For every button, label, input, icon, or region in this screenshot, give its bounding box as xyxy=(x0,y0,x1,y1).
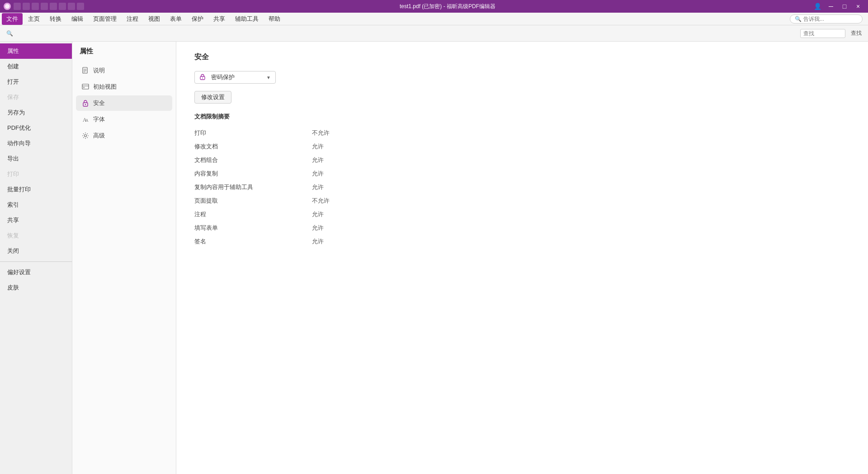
sidebar-item-preferences[interactable]: 偏好设置 xyxy=(0,265,72,280)
tb-btn-6[interactable] xyxy=(59,3,66,10)
toolbar-find-button[interactable]: 查找 xyxy=(848,28,864,38)
props-item-initialView-label: 初始视图 xyxy=(93,83,117,91)
menu-search-input[interactable] xyxy=(803,16,858,22)
doc-icon xyxy=(81,66,90,75)
menu-item-convert[interactable]: 转换 xyxy=(45,13,66,25)
permission-value-editDoc: 允许 xyxy=(312,140,850,153)
permission-value-pageExtract: 不允许 xyxy=(312,194,850,208)
permission-name-sign: 签名 xyxy=(194,235,312,248)
sidebar-item-export[interactable]: 导出 xyxy=(0,151,72,166)
sidebar-item-create[interactable]: 创建 xyxy=(0,59,72,74)
menu-item-pageManage[interactable]: 页面管理 xyxy=(89,13,121,25)
sidebar-item-recover: 恢复 xyxy=(0,228,72,243)
dropdown-arrow-icon: ▼ xyxy=(266,75,271,80)
tb-btn-4[interactable] xyxy=(41,3,48,10)
password-protection-label: 密码保护 xyxy=(211,73,235,81)
menu-item-protect[interactable]: 保护 xyxy=(187,13,208,25)
sidebar-item-open[interactable]: 打开 xyxy=(0,74,72,90)
menu-item-help[interactable]: 帮助 xyxy=(264,13,285,25)
table-row: 修改文档 允许 xyxy=(194,140,850,153)
props-item-initialView[interactable]: 初始视图 xyxy=(76,79,172,95)
svg-point-9 xyxy=(85,104,86,105)
table-row: 文档组合 允许 xyxy=(194,153,850,167)
permission-value-print: 不允许 xyxy=(312,126,850,140)
close-button[interactable]: × xyxy=(852,1,864,12)
tb-btn-1[interactable] xyxy=(14,3,21,10)
table-row: 打印 不允许 xyxy=(194,126,850,140)
menu-search-box[interactable]: 🔍 xyxy=(790,14,863,24)
tb-btn-3[interactable] xyxy=(32,3,39,10)
sidebar-item-index[interactable]: 索引 xyxy=(0,197,72,213)
props-item-fonts[interactable]: A A 字体 xyxy=(76,112,172,127)
password-protection-dropdown[interactable]: 密码保护 ▼ xyxy=(194,71,276,84)
tb-btn-7[interactable] xyxy=(68,3,75,10)
tb-btn-8[interactable] xyxy=(77,3,84,10)
svg-point-12 xyxy=(85,135,87,137)
svg-point-0 xyxy=(5,4,9,9)
sidebar-item-skin[interactable]: 皮肤 xyxy=(0,280,72,295)
minimize-button[interactable]: ─ xyxy=(825,1,837,12)
maximize-button[interactable]: □ xyxy=(838,1,851,12)
svg-rect-5 xyxy=(82,84,89,89)
table-row: 签名 允许 xyxy=(194,235,850,248)
table-row: 填写表单 允许 xyxy=(194,221,850,235)
permission-table: 打印 不允许 修改文档 允许 文档组合 允许 内容复制 允许 复制内容用于辅助工… xyxy=(194,126,850,248)
lock-icon xyxy=(81,99,90,107)
menu-item-home[interactable]: 主页 xyxy=(24,13,44,25)
menu-item-table[interactable]: 表单 xyxy=(165,13,186,25)
app-icon xyxy=(4,3,11,10)
dropdown-lock-icon xyxy=(199,74,206,81)
svg-text:A: A xyxy=(85,118,89,123)
permission-name-copyForAccessibility: 复制内容用于辅助工具 xyxy=(194,180,312,194)
permission-value-contentCopy: 允许 xyxy=(312,167,850,180)
table-row: 注程 允许 xyxy=(194,208,850,221)
main-content: 安全 密码保护 ▼ 修改设置 文档限制摘要 xyxy=(176,42,868,474)
menu-search-icon: 🔍 xyxy=(795,16,802,22)
gear-icon xyxy=(81,132,90,140)
permission-value-docAssemble: 允许 xyxy=(312,153,850,167)
modify-settings-button[interactable]: 修改设置 xyxy=(194,91,231,104)
permission-value-sign: 允许 xyxy=(312,235,850,248)
permission-name-pageExtract: 页面提取 xyxy=(194,194,312,208)
table-row: 复制内容用于辅助工具 允许 xyxy=(194,180,850,194)
tb-btn-2[interactable] xyxy=(23,3,30,10)
sidebar-item-batchPrint[interactable]: 批量打印 xyxy=(0,182,72,197)
menu-item-annotate[interactable]: 注程 xyxy=(122,13,143,25)
sidebar-item-share[interactable]: 共享 xyxy=(0,213,72,228)
user-icon-btn[interactable]: 👤 xyxy=(811,1,824,12)
section-title: 安全 xyxy=(194,52,850,62)
sidebar-item-actionGuide[interactable]: 动作向导 xyxy=(0,136,72,151)
props-item-advanced[interactable]: 高级 xyxy=(76,128,172,143)
sidebar-item-properties[interactable]: 属性 xyxy=(0,43,72,59)
title-bar-left xyxy=(4,3,84,10)
main-layout: 属性 创建 打开 保存 另存为 PDF优化 动作向导 导出 打印 批量打印 索引… xyxy=(0,42,868,474)
toolbar-find-label[interactable]: 🔍 xyxy=(4,29,16,38)
sidebar-divider xyxy=(0,261,72,262)
menu-item-view[interactable]: 视图 xyxy=(144,13,165,25)
menu-item-aiTools[interactable]: 辅助工具 xyxy=(231,13,263,25)
permission-name-contentCopy: 内容复制 xyxy=(194,167,312,180)
find-icon: 🔍 xyxy=(6,30,13,37)
props-item-security[interactable]: 安全 xyxy=(76,95,172,111)
menu-item-edit[interactable]: 编辑 xyxy=(67,13,88,25)
sidebar-item-saveAs[interactable]: 另存为 xyxy=(0,105,72,120)
title-bar-tools xyxy=(14,3,84,10)
props-item-description[interactable]: 说明 xyxy=(76,63,172,78)
password-protection-row: 密码保护 ▼ xyxy=(194,71,850,84)
font-icon: A A xyxy=(81,115,90,123)
doc-limits-title: 文档限制摘要 xyxy=(194,113,850,121)
menu-item-file[interactable]: 文件 xyxy=(2,13,23,25)
title-bar: test1.pdf (已加密) - 福昕高级PDF编辑器 👤 ─ □ × xyxy=(0,0,868,13)
toolbar-search-input[interactable] xyxy=(800,29,845,38)
permission-value-copyForAccessibility: 允许 xyxy=(312,180,850,194)
props-item-security-label: 安全 xyxy=(93,99,105,107)
permission-name-annotate: 注程 xyxy=(194,208,312,221)
menu-bar: 文件 主页 转换 编辑 页面管理 注程 视图 表单 保护 共享 辅助工具 帮助 … xyxy=(0,13,868,25)
tb-btn-5[interactable] xyxy=(50,3,57,10)
toolbar: 🔍 查找 xyxy=(0,25,868,42)
props-item-description-label: 说明 xyxy=(93,66,105,75)
props-title: 属性 xyxy=(76,47,172,56)
sidebar-item-close[interactable]: 关闭 xyxy=(0,243,72,259)
sidebar-item-pdfOptimize[interactable]: PDF优化 xyxy=(0,120,72,136)
menu-item-share[interactable]: 共享 xyxy=(209,13,230,25)
